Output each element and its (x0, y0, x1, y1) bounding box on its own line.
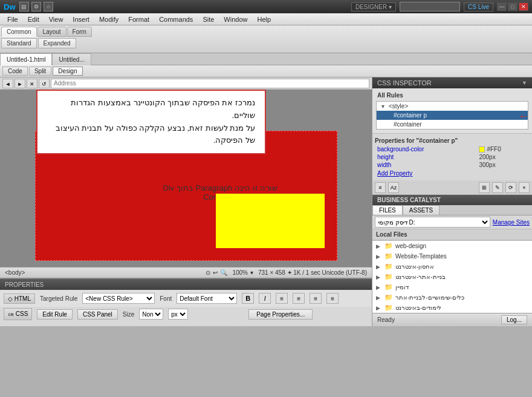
menu-modify[interactable]: Modify (94, 15, 123, 24)
file-item-tools[interactable]: ▶ 📁 כלים-שימושיים-לבניית-אתר (372, 292, 532, 303)
align-right-button[interactable]: ≡ (310, 293, 322, 304)
rule-style[interactable]: ▼ <style> (377, 102, 528, 111)
menu-file[interactable]: File (2, 15, 23, 24)
bold-button[interactable]: B (242, 293, 254, 304)
file-item-web-design[interactable]: ▶ 📁 web-design (372, 241, 532, 251)
file-item-hosting[interactable]: ▶ 📁 אחסון-אינטרנט (372, 261, 532, 272)
tool-edit[interactable]: ✎ (492, 182, 503, 193)
tooltip-box: נמרכז את הפיסקה שבתוך הקונטיינר באמצעות … (36, 90, 266, 154)
expand-build: ▶ (376, 274, 382, 280)
view-bar: Code Split Design (0, 65, 532, 77)
edit-rule-button[interactable]: Edit Rule (37, 309, 73, 320)
html-button[interactable]: ◇ HTML (4, 294, 35, 304)
manage-sites-link[interactable]: Manage Sites (493, 219, 530, 226)
cs-live-button[interactable]: CS Live (464, 2, 493, 11)
canvas-area[interactable]: נמרכז את הפיסקה שבתוך הקונטיינר באמצעות … (0, 90, 372, 267)
close-button[interactable]: ✕ (519, 2, 528, 11)
all-rules-section: All Rules ▼ <style> #container p ← #cont… (372, 88, 532, 134)
menu-site[interactable]: Site (198, 15, 219, 24)
tool-view1[interactable]: ⊞ (479, 182, 490, 193)
view-code[interactable]: Code (2, 67, 28, 76)
insert-tabs: Common Layout Form (1, 27, 531, 37)
file-name-5: דומיין (395, 284, 409, 290)
search-input[interactable] (400, 2, 460, 11)
file-item-build[interactable]: ▶ 📁 בניית-אתר-אינטרנט (372, 272, 532, 282)
bg-color-label[interactable]: background-color (375, 145, 476, 153)
files-section: BUSINESS CATALYST FILES ASSETS דיסק מקומ… (372, 195, 532, 326)
view-split[interactable]: Split (29, 67, 51, 76)
rule-container-p[interactable]: #container p ← (377, 111, 528, 120)
align-left-button[interactable]: ≡ (276, 293, 288, 304)
designer-badge[interactable]: DESIGNER ▾ (351, 2, 396, 11)
props-header: PROPERTIES (0, 279, 372, 290)
rules-list: ▼ <style> #container p ← #container (376, 101, 528, 130)
files-tab[interactable]: FILES (372, 205, 403, 215)
align-center-button[interactable]: ≡ (293, 293, 305, 304)
menu-help[interactable]: Help (252, 15, 276, 24)
tool-az[interactable]: Az (388, 182, 399, 193)
rule-container[interactable]: #container (377, 120, 528, 129)
add-property-link[interactable]: Add Property (375, 169, 530, 178)
maximize-button[interactable]: □ (508, 2, 517, 11)
folder-icon-2: 📁 (384, 252, 393, 260)
nav-refresh[interactable]: ↺ (39, 79, 50, 88)
nav-forward[interactable]: ► (15, 79, 25, 88)
menu-window[interactable]: Window (219, 15, 252, 24)
extra-icon[interactable]: ☆ (44, 2, 53, 11)
props-row2: ㎝ CSS Edit Rule CSS Panel Size None px P… (0, 307, 372, 321)
font-select[interactable]: Default Font (177, 293, 237, 304)
assets-tab[interactable]: ASSETS (403, 205, 440, 215)
expand-tools: ▶ (376, 295, 382, 301)
page-properties-button[interactable]: Page Properties... (248, 309, 313, 320)
insert-tab-common[interactable]: Common (1, 27, 37, 37)
drive-select[interactable]: דיסק מקומי D: (375, 217, 490, 228)
italic-button[interactable]: I (259, 293, 271, 304)
tool-close[interactable]: × (519, 182, 530, 193)
doc-tab-1[interactable]: Untitled-1.html (0, 53, 52, 65)
targeted-rule-select[interactable]: <New CSS Rule> (82, 293, 155, 304)
status-icon-3[interactable]: 🔍 (220, 269, 227, 276)
settings-icon[interactable]: ⚙ (31, 2, 41, 11)
insert-tab-layout[interactable]: Layout (37, 27, 66, 37)
menu-format[interactable]: Format (123, 15, 154, 24)
file-item-domain[interactable]: ▶ 📁 דומיין (372, 282, 532, 292)
yellow-box[interactable] (216, 194, 325, 248)
status-icon-1[interactable]: ⊙ (206, 269, 210, 276)
width-label[interactable]: width (375, 161, 476, 169)
rule-style-label: <style> (389, 103, 408, 110)
file-item-learn[interactable]: ▶ 📁 לימודים-באינטרנט (372, 303, 532, 313)
tool-menu[interactable]: ≡ (375, 182, 386, 193)
standard-button[interactable]: Standard (1, 38, 37, 48)
insert-tab-form[interactable]: Form (67, 27, 92, 37)
inspector-header: CSS INSPECTOR ▼ (372, 77, 532, 88)
menu-commands[interactable]: Commands (154, 15, 198, 24)
css-panel-button[interactable]: CSS Panel (77, 309, 118, 320)
css-button[interactable]: ㎝ CSS (4, 308, 32, 320)
file-item-templates[interactable]: ▶ 📁 Website-Templates (372, 251, 532, 261)
menu-icon[interactable]: ▤ (19, 2, 29, 11)
tool-refresh[interactable]: ⟳ (505, 182, 516, 193)
expand-templates: ▶ (376, 254, 382, 260)
size-unit-select[interactable]: px (168, 309, 188, 320)
nav-stop[interactable]: ✕ (27, 79, 37, 88)
doc-tab-2[interactable]: Untitled... (52, 53, 91, 65)
align-justify-button[interactable]: ≡ (326, 293, 339, 304)
log-button[interactable]: Log... (501, 315, 527, 324)
panel-collapse-icon[interactable]: ▼ (522, 80, 527, 86)
expanded-button[interactable]: Expanded (38, 38, 76, 48)
menu-edit[interactable]: Edit (23, 15, 44, 24)
height-label[interactable]: height (375, 153, 476, 161)
local-drive-bar: דיסק מקומי D: Manage Sites (372, 215, 532, 229)
size-select[interactable]: None (139, 309, 163, 320)
status-icon-2[interactable]: ↩ (213, 269, 218, 276)
status-info: 731 × 458 ✦ 1K / 1 sec Unicode (UTF-8) (258, 269, 367, 276)
menu-view[interactable]: View (44, 15, 68, 24)
minimize-button[interactable]: — (497, 2, 507, 11)
menu-bar: File Edit View Insert Modify Format Comm… (0, 13, 532, 25)
color-swatch[interactable] (479, 146, 485, 153)
nav-back[interactable]: ◄ (2, 79, 13, 88)
menu-insert[interactable]: Insert (68, 15, 94, 24)
address-input[interactable] (51, 79, 369, 88)
view-design[interactable]: Design (53, 67, 82, 76)
folder-icon-4: 📁 (384, 273, 393, 281)
